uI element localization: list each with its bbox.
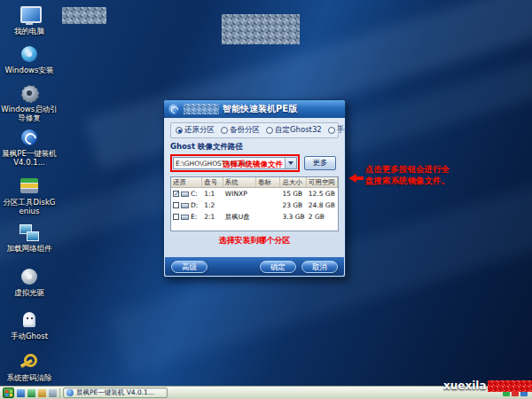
quicklaunch-icon-3[interactable] [38, 389, 46, 397]
start-button[interactable] [3, 387, 14, 398]
desktop-icon-network[interactable]: 加载网络组件 [1, 223, 58, 253]
table-row[interactable]: E: 2:1 晨枫U盘 3.3 GB 2 GB [171, 211, 338, 223]
mode-radio-backup[interactable]: 备份分区 [221, 125, 260, 136]
mode-radio-label: 自定Ghost32 [275, 125, 322, 136]
mode-radio-label: 还原分区 [184, 125, 215, 136]
image-path-combobox[interactable]: E:\GHO\GHOSTXP.GHO 选择系统镜像文件 [173, 157, 297, 169]
onekey-install-icon [18, 128, 41, 147]
desktop-icon-label: Windows启动引导修复 [1, 105, 58, 122]
column-header: 卷标 [256, 177, 280, 187]
partition-table: 还原 盘号 系统 卷标 总大小 可用空间 C: 1:1 WINXP 15 GB … [170, 176, 339, 231]
watermark-text: xuexila [443, 379, 487, 392]
installer-dialog: 智能快速装机PE版 还原分区 备份分区 自定Ghost32 手动 Ghost 映… [163, 99, 346, 278]
combo-dropdown-button[interactable] [285, 158, 296, 168]
drive-letter: C: [191, 190, 198, 198]
my-computer-icon [18, 5, 41, 25]
task-button-label: 晨枫PE一键装机 V4.0.1... [76, 388, 154, 397]
system-cell: 晨枫U盘 [223, 213, 256, 222]
ghost-icon [18, 310, 41, 330]
boot-repair-icon [18, 83, 41, 103]
desktop-icon-boot-repair[interactable]: Windows启动引导修复 [1, 83, 58, 122]
mode-radio-manual[interactable]: 手动 [328, 125, 352, 136]
image-path-highlight-box: E:\GHO\GHOSTXP.GHO 选择系统镜像文件 [170, 154, 300, 172]
blurred-region [62, 7, 106, 24]
restore-checkbox[interactable] [173, 202, 179, 208]
desktop-icon-my-computer[interactable]: 我的电脑 [1, 5, 58, 35]
dialog-title: 智能快速装机PE版 [223, 103, 297, 115]
dialog-titlebar[interactable]: 智能快速装机PE版 [164, 100, 345, 118]
more-button[interactable]: 更多 [304, 156, 336, 170]
column-header: 盘号 [202, 177, 223, 187]
quicklaunch-icon-1[interactable] [17, 389, 25, 397]
annotation-line1: 点击更多按钮会进行全 [365, 163, 450, 175]
desktop-icon-diskgenius[interactable]: 分区工具DiskGenius [1, 176, 58, 215]
drive-icon [181, 215, 189, 220]
dialog-body: 还原分区 备份分区 自定Ghost32 手动 Ghost 映像文件路径 E:\G… [165, 118, 344, 257]
partition-table-header: 还原 盘号 系统 卷标 总大小 可用空间 [171, 177, 338, 188]
advanced-button[interactable]: 高级 [171, 261, 207, 273]
password-clear-icon [18, 352, 41, 372]
drive-letter: D: [191, 201, 198, 209]
mode-radio-label: 备份分区 [230, 125, 260, 136]
table-row[interactable]: C: 1:1 WINXP 15 GB 12.5 GB [171, 188, 338, 200]
drive-icon [181, 203, 189, 208]
diskgenius-icon [18, 176, 41, 196]
table-row[interactable]: D: 1:2 23 GB 24.8 GB [171, 200, 338, 211]
desktop-icon-manual-ghost[interactable]: 手动Ghost [1, 310, 58, 340]
radio-icon [328, 127, 335, 134]
arrow-tail [356, 176, 364, 180]
app-logo-icon [168, 104, 180, 115]
image-path-hint-text: 选择系统镜像文件 [223, 160, 283, 170]
radio-icon [176, 127, 183, 134]
desktop-icon-label: 手动Ghost [1, 332, 58, 340]
blurred-region [222, 14, 300, 44]
quicklaunch-icon-4[interactable] [49, 389, 57, 397]
arrow-head [348, 174, 356, 183]
chevron-down-icon [288, 161, 293, 165]
blurred-watermark-region [488, 380, 532, 392]
drive-icon [181, 192, 189, 197]
desktop-icon-virtual-cd[interactable]: 虚拟光驱 [1, 267, 58, 297]
desktop-icon-label: 晨枫PE一键装机 V4.0.1... [1, 149, 58, 167]
site-watermark: xuexila [443, 379, 532, 392]
restore-checkbox[interactable] [173, 214, 179, 220]
desktop-icon-label: 系统密码清除 [1, 373, 58, 382]
cancel-button[interactable]: 取消 [301, 261, 338, 273]
windows-install-icon [18, 44, 41, 64]
free-space-cell: 2 GB [307, 213, 338, 221]
desktop-icon-label: Windows安装 [1, 66, 58, 74]
total-size-cell: 15 GB [280, 190, 306, 198]
desktop-icon-windows-install[interactable]: Windows安装 [1, 44, 58, 74]
annotation-line2: 盘搜索系统镜像文件。 [365, 175, 450, 186]
ok-button[interactable]: 确定 [260, 261, 296, 273]
partition-hint: 选择安装到哪个分区 [170, 235, 339, 246]
free-space-cell: 12.5 GB [307, 190, 338, 198]
desktop-icon-label: 加载网络组件 [1, 244, 58, 253]
total-size-cell: 23 GB [280, 201, 306, 209]
radio-icon [266, 127, 273, 134]
annotation-arrow-icon [348, 174, 364, 183]
quicklaunch-icon-2[interactable] [27, 389, 35, 397]
drive-letter: E: [191, 213, 197, 221]
task-button-onekey-install[interactable]: 晨枫PE一键装机 V4.0.1... [63, 387, 168, 398]
desktop-icon-onekey-install[interactable]: 晨枫PE一键装机 V4.0.1... [1, 128, 58, 167]
restore-checkbox[interactable] [173, 191, 179, 197]
disk-number: 1:1 [202, 190, 223, 198]
mode-radio-restore[interactable]: 还原分区 [176, 125, 215, 136]
image-path-row: E:\GHO\GHOSTXP.GHO 选择系统镜像文件 更多 [170, 154, 339, 172]
column-header: 系统 [223, 177, 256, 187]
total-size-cell: 3.3 GB [280, 213, 306, 221]
network-icon [18, 223, 41, 242]
desktop-icon-label: 分区工具DiskGenius [1, 198, 58, 215]
desktop-icon-label: 虚拟光驱 [1, 288, 58, 297]
desktop-icon-password-clear[interactable]: 系统密码清除 [1, 352, 58, 382]
annotation-text: 点击更多按钮会进行全 盘搜索系统镜像文件。 [365, 163, 450, 187]
column-header: 可用空间 [307, 177, 338, 187]
app-logo-icon [66, 389, 74, 396]
ghost-path-label: Ghost 映像文件路径 [170, 142, 339, 153]
mode-radio-custom-ghost32[interactable]: 自定Ghost32 [266, 125, 322, 136]
blurred-brand [184, 104, 219, 114]
mode-radio-label: 手动 [337, 125, 352, 136]
system-cell: WINXP [223, 190, 256, 198]
desktop-icon-label: 我的电脑 [1, 27, 58, 35]
